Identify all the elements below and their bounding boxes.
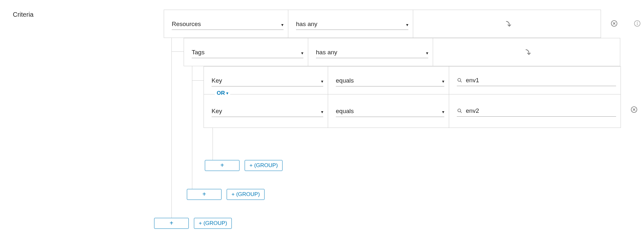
add-group-button[interactable]: + (GROUP) [245, 160, 283, 171]
svg-point-4 [458, 109, 461, 112]
add-condition-button[interactable]: + [187, 189, 222, 200]
add-condition-button[interactable]: + [154, 218, 189, 229]
close-circle-icon [610, 20, 618, 27]
svg-point-2 [637, 22, 637, 22]
nest-indicator [413, 10, 601, 38]
add-condition-button[interactable]: + [205, 160, 239, 171]
criteria-row-level0: Resources ▾ has any ▾ [164, 10, 601, 38]
remove-row-button[interactable] [630, 105, 638, 114]
joiner-select[interactable]: OR ▾ [215, 90, 230, 96]
add-group-button[interactable]: + (GROUP) [194, 218, 232, 229]
info-button[interactable] [633, 19, 641, 28]
close-circle-icon [630, 106, 638, 113]
search-icon [457, 77, 463, 83]
field-select-label: Key [212, 108, 319, 115]
criteria-row-level2: OR ▾ Key ▾ equals ▾ env [204, 94, 621, 128]
field-select[interactable]: Tags ▾ [192, 46, 303, 58]
operator-select-label: equals [336, 108, 440, 115]
chevron-down-icon: ▾ [406, 22, 408, 28]
criteria-row-level1: Tags ▾ has any ▾ [184, 38, 620, 66]
operator-select-label: has any [296, 21, 404, 28]
remove-row-button[interactable] [610, 19, 618, 28]
chevron-down-icon: ▾ [321, 79, 323, 84]
tree-line [171, 51, 184, 52]
chevron-down-icon: ▾ [442, 110, 444, 115]
field-select[interactable]: Resources ▾ [172, 18, 283, 30]
operator-select-label: has any [316, 49, 424, 56]
svg-point-3 [458, 78, 461, 81]
add-group-button[interactable]: + (GROUP) [227, 189, 265, 200]
section-label: Criteria [13, 10, 164, 18]
field-select-label: Resources [172, 21, 279, 28]
tree-line [192, 80, 204, 81]
operator-select[interactable]: equals ▾ [336, 75, 444, 86]
joiner-label: OR [217, 90, 225, 96]
info-circle-icon [633, 20, 641, 27]
value-text: env1 [466, 77, 479, 84]
chevron-down-icon: ▾ [281, 22, 283, 28]
chevron-down-icon: ▾ [442, 79, 444, 84]
field-select-label: Tags [192, 49, 299, 56]
criteria-row-level2: Key ▾ equals ▾ env1 [204, 66, 621, 94]
operator-select[interactable]: equals ▾ [336, 105, 444, 117]
chevron-down-icon: ▾ [426, 51, 428, 56]
field-select[interactable]: Key ▾ [212, 105, 323, 117]
chevron-down-icon: ▾ [301, 51, 303, 56]
chevron-down-icon: ▾ [226, 91, 228, 95]
value-input[interactable]: env2 [457, 105, 616, 117]
operator-select[interactable]: has any ▾ [296, 18, 408, 30]
chevron-down-icon: ▾ [321, 110, 323, 115]
tree-line [192, 66, 192, 194]
value-input[interactable]: env1 [457, 75, 616, 86]
field-select-label: Key [212, 77, 319, 84]
operator-select[interactable]: has any ▾ [316, 46, 428, 58]
tree-line [211, 94, 215, 94]
arrow-return-down-icon [504, 19, 513, 29]
search-icon [457, 108, 463, 114]
tree-line [171, 38, 172, 223]
value-text: env2 [466, 107, 479, 114]
field-select[interactable]: Key ▾ [212, 75, 323, 86]
nest-indicator [433, 38, 620, 66]
arrow-return-down-icon [523, 47, 533, 57]
operator-select-label: equals [336, 77, 440, 84]
